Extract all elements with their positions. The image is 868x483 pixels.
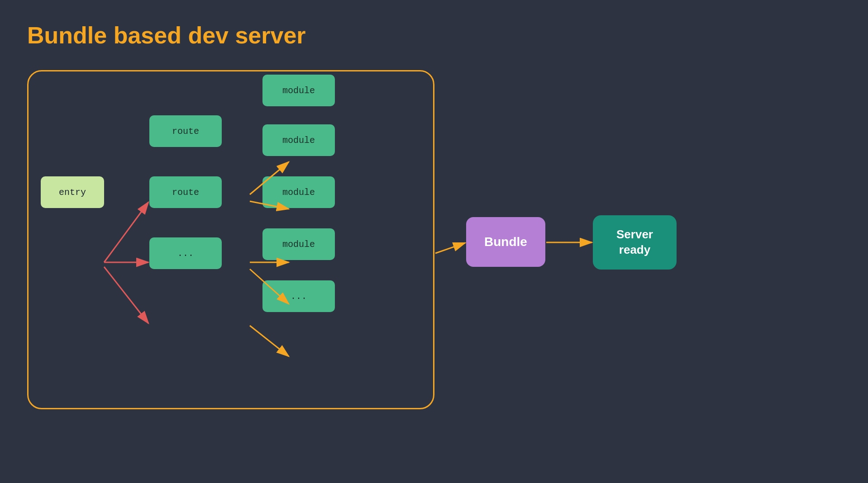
route1-node: route — [149, 115, 222, 147]
arrow-box-bundle — [435, 243, 465, 253]
dots-left-node: ... — [149, 237, 222, 269]
entry-node: entry — [41, 176, 104, 208]
dots-right-node: ... — [262, 280, 335, 312]
bundle-container-box — [27, 70, 434, 409]
module4-node: module — [262, 228, 335, 260]
module1-node: module — [262, 75, 335, 106]
bundle-node: Bundle — [466, 217, 545, 267]
page-title: Bundle based dev server — [27, 22, 306, 49]
route2-node: route — [149, 176, 222, 208]
server-ready-node: Server ready — [593, 215, 677, 270]
module2-node: module — [262, 124, 335, 156]
module3-node: module — [262, 176, 335, 208]
